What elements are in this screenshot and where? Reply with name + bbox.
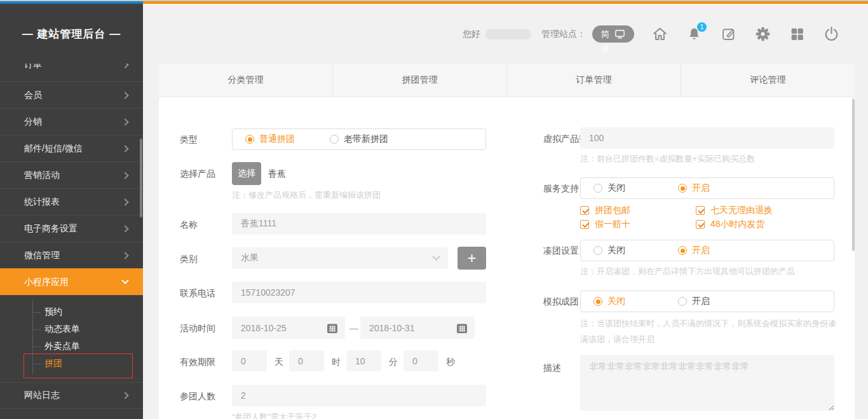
sidebar-item-label: 网站日志 [24,390,123,401]
sidebar-subitem-booking[interactable]: 预约 [0,303,143,320]
product-note: 注：修改产品规格后，需重新编辑该拼团 [232,189,381,201]
duration-days-input[interactable] [232,350,267,371]
field-label-type: 类型 [180,134,198,146]
radio-gather-off[interactable] [593,246,602,255]
chevron-right-icon [121,172,128,179]
sidebar-item-marketing[interactable]: 营销活动 [0,161,143,188]
add-category-button[interactable]: + [458,247,486,270]
name-input[interactable] [232,213,486,235]
sidebar-item-label: 微信管理 [24,250,123,261]
members-input[interactable] [232,385,486,406]
sidebar-item-members[interactable]: 会员 [0,81,143,108]
checkbox-48h-shipping[interactable]: 48小时内发货 [696,217,765,231]
chevron-down-icon [432,252,440,261]
chevron-right-icon [121,198,128,205]
start-date-input[interactable]: 2018-10-25 [232,317,345,339]
notifications-icon[interactable]: 1 [686,25,703,43]
sidebar-item-distribution[interactable]: 分销 [0,108,143,135]
radio-service-on[interactable] [678,184,687,193]
checkbox-label: 48小时内发货 [710,219,765,230]
field-label-name: 名称 [180,219,198,231]
category-select[interactable]: 水果 [232,247,448,269]
sidebar-item-site-logs[interactable]: 网站日志 [0,382,143,409]
sidebar-item-orders[interactable]: 订单 [0,64,143,81]
radio-label[interactable]: 开启 [692,296,710,307]
site-label: 管理站点： [541,29,586,40]
end-date-input[interactable]: 2018-10-31 [360,317,475,339]
tab-order-management[interactable]: 订单管理 [507,64,681,97]
tab-review-management[interactable]: 评论管理 [681,64,855,97]
sidebar-scrollbar-thumb[interactable] [140,139,142,217]
radio-referral-groupbuy[interactable] [330,135,339,144]
sidebar-subitem-dynamic-form[interactable]: 动态表单 [0,320,143,338]
tab-groupbuy-management[interactable]: 拼团管理 [333,64,507,97]
duration-minutes-input[interactable] [346,350,381,371]
field-label-phone: 联系电话 [180,288,215,299]
language-char-2: 体 [601,43,609,55]
date-separator: — [349,323,358,333]
radio-normal-groupbuy[interactable] [245,135,254,144]
select-product-button[interactable]: 选择 [232,162,261,185]
checkbox-free-shipping[interactable]: 拼团包邮 [580,203,630,217]
unit-hours: 时 [332,357,341,368]
virtual-count-input[interactable] [580,127,834,149]
sidebar-item-label: 营销活动 [24,170,123,181]
sidebar-item-miniprogram-apps[interactable]: 小程序应用 [0,268,143,295]
field-label-service: 服务支持 [543,183,579,195]
radio-label[interactable]: 开启 [692,182,710,194]
members-note: “参团人数”需大于等于2 [232,411,316,419]
sidebar-item-ecommerce-settings[interactable]: 电子商务设置 [0,215,143,242]
field-label-members: 参团人数 [180,391,215,402]
checkbox-7day-return[interactable]: 七天无理由退换 [696,203,773,217]
edit-icon[interactable] [720,25,737,43]
tab-bar: 分类管理 拼团管理 订单管理 评论管理 [159,64,855,97]
checkbox-checked-icon[interactable] [696,220,705,229]
sidebar-subitem-label: 拼团 [44,358,62,368]
radio-label[interactable]: 普通拼团 [259,134,295,145]
power-icon[interactable] [823,25,840,43]
field-label-gather: 凑团设置 [543,245,579,257]
gather-note: 注：开启凑团，则在产品详情下方出现其他可以拼团的产品 [580,266,795,277]
radio-label[interactable]: 关闭 [607,182,625,194]
panel-scrollbar-thumb[interactable] [852,99,855,251]
field-label-description: 描述 [543,362,561,374]
radio-label[interactable]: 老带新拼团 [344,134,388,145]
radio-label[interactable]: 关闭 [607,245,625,256]
checkbox-checked-icon[interactable] [696,206,705,215]
radio-service-off[interactable] [593,184,602,193]
checkbox-label: 假一赔十 [595,219,630,230]
sidebar-item-reports[interactable]: 统计报表 [0,188,143,215]
sidebar-item-label: 会员 [24,90,123,101]
radio-simulate-on[interactable] [678,297,687,306]
radio-simulate-off[interactable] [593,297,602,306]
tab-category-management[interactable]: 分类管理 [159,64,333,97]
sidebar-item-mail-sms-wechat[interactable]: 邮件/短信/微信 [0,135,143,161]
radio-label[interactable]: 开启 [692,245,710,256]
apps-grid-icon[interactable] [789,25,806,43]
language-switcher[interactable]: 简 体 [592,25,634,43]
duration-seconds-input[interactable] [403,350,438,371]
checkbox-checked-icon[interactable] [580,220,589,229]
field-label-simulate: 模拟成团 [543,296,579,308]
sidebar-subitem-takeout-order[interactable]: 外卖点单 [0,338,143,355]
settings-gear-icon[interactable] [754,25,771,43]
chevron-right-icon [121,145,128,152]
simulate-radio-group: 关闭 开启 [580,291,834,312]
radio-gather-on[interactable] [678,246,687,255]
calendar-icon[interactable] [456,322,468,334]
home-icon[interactable] [651,25,668,43]
sidebar-subitem-group-buy[interactable]: 拼团 [0,355,143,372]
calendar-icon[interactable] [326,322,339,334]
phone-input[interactable] [232,282,486,303]
checkbox-fake-one-pay-ten[interactable]: 假一赔十 [580,217,630,231]
radio-label[interactable]: 关闭 [607,296,625,307]
category-selected-value: 水果 [241,252,259,264]
checkbox-checked-icon[interactable] [580,206,589,215]
sidebar-item-label: 订单 [24,64,123,71]
end-date-value: 2018-10-31 [369,323,415,333]
sidebar-item-wechat-management[interactable]: 微信管理 [0,242,143,268]
type-radio-group: 普通拼团 老带新拼团 [232,128,486,150]
duration-hours-input[interactable] [289,350,324,371]
description-textarea[interactable]: 非常非常非常非常非常非常非常非常非常 [580,355,834,411]
sidebar: — 建站管理后台 — 订单 会员 分销 邮件/短信/微信 营销活动 统计报表 [0,4,143,419]
